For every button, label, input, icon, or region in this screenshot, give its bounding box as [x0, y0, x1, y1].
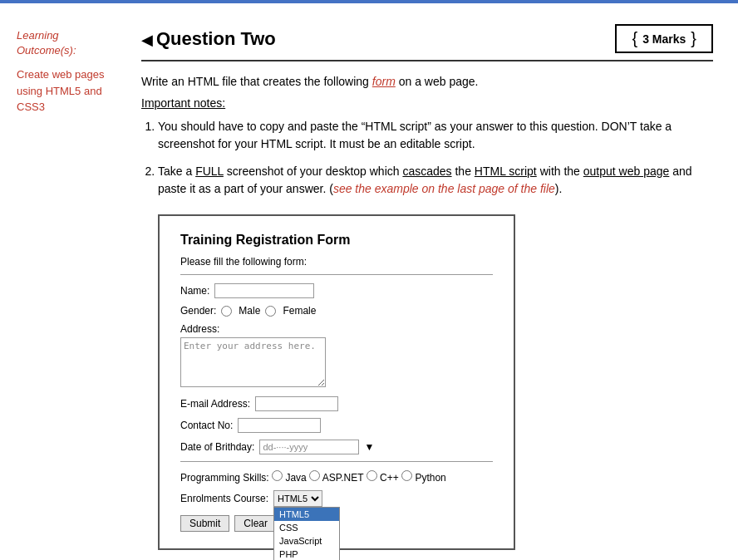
skills-python-label: Python	[415, 472, 445, 484]
contact-input[interactable]	[238, 418, 321, 433]
skills-label: Programming Skills:	[180, 472, 269, 484]
dropdown-option-css[interactable]: CSS	[274, 521, 339, 534]
address-textarea[interactable]: Enter your address here.	[180, 337, 326, 387]
main-content: ◀Question Two { 3 Marks } Write an HTML …	[133, 20, 738, 560]
marks-text: 3 Marks	[642, 32, 686, 46]
dob-input[interactable]	[259, 440, 359, 454]
form-divider	[180, 274, 493, 275]
submit-button[interactable]: Submit	[180, 515, 229, 532]
right-bracket: }	[691, 29, 696, 48]
dropdown-options-list: HTML5 CSS JavaScript PHP	[273, 507, 340, 560]
gender-female-label: Female	[283, 305, 316, 317]
question-header: ◀Question Two { 3 Marks }	[141, 24, 713, 61]
name-input[interactable]	[214, 283, 314, 298]
form-preview-subtitle: Please fill the following form:	[180, 256, 493, 268]
address-label: Address:	[180, 323, 493, 335]
dob-row: Date of Brithday: ▼	[180, 440, 493, 454]
skills-row: Programming Skills: Java ASP.NET C++ Pyt…	[180, 470, 493, 484]
gender-female-radio[interactable]	[265, 306, 276, 317]
skills-python-radio[interactable]	[401, 470, 412, 481]
name-row: Name:	[180, 283, 493, 298]
gender-male-radio[interactable]	[221, 306, 232, 317]
dropdown-option-php[interactable]: PHP	[274, 548, 339, 560]
form-divider-2	[180, 461, 493, 462]
gender-label: Gender:	[180, 305, 216, 317]
form-link[interactable]: form	[372, 75, 396, 88]
note2-output-page: output web page	[583, 165, 670, 178]
email-label: E-mail Address:	[180, 398, 250, 410]
clear-button[interactable]: Clear	[234, 515, 277, 532]
note2-cascades: cascades	[402, 165, 451, 178]
dob-calendar-icon[interactable]: ▼	[364, 441, 374, 453]
left-bracket: {	[632, 29, 637, 48]
note2-part4: with the	[537, 165, 583, 178]
skills-aspnet-label: ASP.NET	[322, 472, 364, 484]
note2-html-script: HTML script	[475, 165, 537, 178]
intro-paragraph: Write an HTML file that creates the foll…	[141, 75, 713, 88]
learning-outcome-label: Learning Outcome(s):	[17, 28, 116, 58]
skills-cpp-label: C++	[380, 472, 399, 484]
address-row: Address: Enter your address here.	[180, 323, 493, 390]
notes-list: You should have to copy and paste the “H…	[141, 118, 713, 198]
enrolments-row: Enrolments Course: HTML5 HTML5 CSS JavaS…	[180, 490, 493, 507]
important-notes-label: Important notes:	[141, 96, 713, 110]
gender-row: Gender: Male Female	[180, 305, 493, 317]
note-1: You should have to copy and paste the “H…	[158, 118, 713, 153]
sidebar: Learning Outcome(s): Create web pages us…	[0, 20, 133, 560]
dropdown-option-html5[interactable]: HTML5	[274, 508, 339, 521]
form-preview: Training Registration Form Please fill t…	[158, 214, 515, 550]
email-row: E-mail Address:	[180, 396, 493, 411]
sidebar-outcome-text: Create web pages using HTML5 and CSS3	[17, 66, 116, 115]
intro-text-part2: on a web page.	[396, 75, 479, 88]
contact-row: Contact No:	[180, 418, 493, 433]
intro-text-part1: Write an HTML file that creates the foll…	[141, 75, 372, 88]
note2-part6: ).	[555, 182, 563, 195]
email-input[interactable]	[255, 396, 338, 411]
dob-label: Date of Brithday:	[180, 441, 254, 453]
gender-male-label: Male	[239, 305, 260, 317]
form-preview-title: Training Registration Form	[180, 233, 493, 248]
skills-java-label: Java	[285, 472, 306, 484]
enrolments-dropdown[interactable]: HTML5 HTML5 CSS JavaScript PHP	[273, 490, 322, 507]
name-label: Name:	[180, 285, 209, 297]
enrolments-select[interactable]: HTML5	[273, 490, 322, 507]
skills-aspnet-radio[interactable]	[309, 470, 320, 481]
page-container: Learning Outcome(s): Create web pages us…	[0, 0, 738, 560]
note2-part2: screenshot of your desktop which	[224, 165, 403, 178]
question-title: ◀Question Two	[141, 28, 276, 50]
dropdown-option-javascript[interactable]: JavaScript	[274, 534, 339, 548]
skills-java-radio[interactable]	[272, 470, 283, 481]
note2-part1: Take a	[158, 165, 195, 178]
note2-full: FULL	[195, 165, 224, 178]
note-2: Take a FULL screenshot of your desktop w…	[158, 163, 713, 198]
enrolments-label: Enrolments Course:	[180, 493, 268, 504]
content-area: Learning Outcome(s): Create web pages us…	[0, 3, 738, 560]
note2-italic-red: see the example on the last page of the …	[333, 182, 555, 195]
note1-text: You should have to copy and paste the “H…	[158, 120, 672, 150]
skills-cpp-radio[interactable]	[367, 470, 377, 481]
note2-part3: the	[452, 165, 475, 178]
contact-label: Contact No:	[180, 420, 233, 431]
marks-badge: { 3 Marks }	[615, 24, 713, 53]
